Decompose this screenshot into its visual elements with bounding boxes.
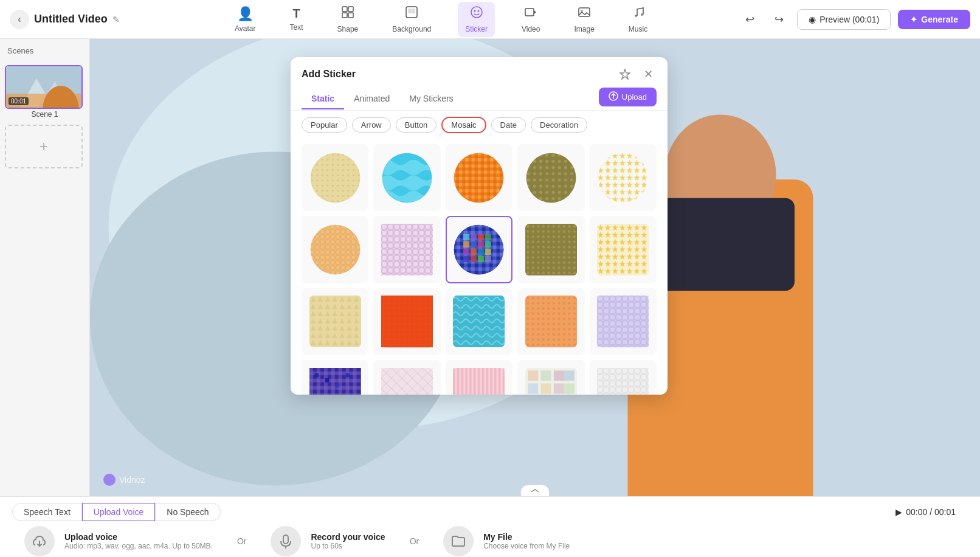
toolbar-shape[interactable]: Shape: [330, 2, 366, 37]
avatar-icon: 👤: [237, 6, 254, 22]
generate-button[interactable]: ✦ Generate: [898, 10, 970, 29]
svg-rect-92: [381, 296, 433, 347]
svg-point-7: [474, 10, 475, 12]
svg-rect-130: [283, 535, 288, 544]
svg-rect-126: [564, 383, 575, 393]
add-scene-button[interactable]: +: [5, 125, 83, 168]
text-label: Text: [290, 23, 303, 32]
svg-point-26: [103, 474, 116, 486]
toolbar-avatar[interactable]: 👤 Avatar: [227, 2, 263, 36]
filter-popular[interactable]: Popular: [302, 117, 347, 133]
shape-label: Shape: [337, 25, 359, 33]
svg-rect-80: [525, 224, 577, 275]
watermark: Vidnoz: [102, 471, 151, 490]
sticker-8[interactable]: [446, 216, 512, 283]
shape-icon: [341, 5, 354, 22]
image-icon: [578, 5, 591, 22]
svg-rect-120: [540, 370, 551, 381]
scene-1-thumbnail[interactable]: 00:01: [5, 65, 83, 109]
toolbar-music[interactable]: Music: [621, 2, 655, 37]
sticker-13[interactable]: [446, 288, 512, 355]
tab-my-stickers[interactable]: My Stickers: [399, 89, 463, 109]
sticker-15[interactable]: [590, 288, 657, 355]
sticker-1[interactable]: [302, 144, 368, 211]
sticker-7[interactable]: [373, 216, 440, 283]
svg-rect-124: [540, 383, 551, 393]
upload-voice-text: Upload voice Audio: mp3, wav, ogg, aac, …: [64, 532, 213, 550]
svg-rect-71: [471, 249, 477, 255]
svg-rect-70: [463, 249, 469, 255]
sticker-17[interactable]: [373, 360, 440, 395]
myfile-title: My File: [483, 532, 570, 542]
svg-rect-100: [597, 296, 649, 347]
record-section: Record your voice Up to 60s: [271, 526, 385, 556]
filter-decoration[interactable]: Decoration: [531, 117, 587, 133]
toolbar-sticker[interactable]: Sticker: [458, 2, 495, 37]
upload-label: Upload: [622, 92, 647, 102]
upload-icon: [609, 91, 618, 103]
sticker-18[interactable]: [446, 360, 512, 395]
svg-rect-66: [463, 241, 469, 247]
filter-button[interactable]: Button: [396, 117, 437, 133]
background-icon: [405, 5, 418, 22]
sticker-20[interactable]: [590, 360, 657, 395]
panel-title: Add Sticker: [302, 69, 356, 80]
sticker-6[interactable]: [302, 216, 368, 283]
upload-sticker-button[interactable]: Upload: [599, 88, 657, 106]
sticker-12[interactable]: [373, 288, 440, 355]
sidebar: Scenes 00:01 Scene 1 +: [0, 39, 90, 496]
svg-rect-75: [471, 256, 477, 262]
svg-rect-129: [597, 368, 649, 395]
svg-rect-72: [478, 249, 484, 255]
redo-button[interactable]: ↪: [768, 9, 790, 30]
back-button[interactable]: ‹: [10, 10, 29, 29]
bottom-content: Upload voice Audio: mp3, wav, ogg, aac, …: [0, 521, 980, 557]
toolbar-center: 👤 Avatar T Text Shape Background Sticker: [143, 2, 739, 37]
sticker-11[interactable]: [302, 288, 368, 355]
svg-rect-9: [525, 9, 534, 16]
filter-date[interactable]: Date: [491, 117, 526, 133]
tab-no-speech[interactable]: No Speech: [155, 503, 220, 521]
svg-rect-107: [314, 373, 319, 377]
sticker-10[interactable]: [590, 216, 657, 283]
sticker-3[interactable]: [446, 144, 512, 211]
toolbar-background[interactable]: Background: [385, 2, 438, 37]
preview-button[interactable]: ◉ Preview (00:01): [797, 9, 891, 30]
sticker-16[interactable]: [302, 360, 368, 395]
panel-close-button[interactable]: ✕: [640, 66, 657, 83]
tab-speech-text[interactable]: Speech Text: [12, 503, 82, 521]
undo-button[interactable]: ↩: [739, 9, 761, 30]
toolbar-image[interactable]: Image: [567, 2, 601, 37]
preview-label: Preview (00:01): [820, 15, 879, 24]
sticker-icon: [470, 5, 483, 22]
collapse-button[interactable]: [520, 485, 550, 496]
svg-rect-63: [471, 234, 477, 240]
panel-header: Add Sticker ✕: [291, 57, 668, 83]
tab-animated[interactable]: Animated: [344, 89, 399, 109]
upload-voice-title: Upload voice: [64, 532, 213, 542]
sticker-4[interactable]: [517, 144, 584, 211]
filter-arrow[interactable]: Arrow: [352, 117, 391, 133]
play-icon[interactable]: ▶: [895, 507, 902, 517]
background-label: Background: [392, 25, 431, 33]
edit-title-icon[interactable]: ✎: [112, 15, 120, 24]
sticker-grid: [291, 139, 668, 395]
record-title: Record your voice: [311, 532, 385, 542]
scene-1-time: 00:01: [9, 97, 29, 105]
canvas-area: Vidnoz Add Sticker ✕: [90, 39, 980, 496]
video-icon: [524, 5, 537, 22]
toolbar-text[interactable]: T Text: [283, 3, 311, 35]
tab-upload-voice[interactable]: Upload Voice: [82, 503, 156, 521]
sticker-2[interactable]: [373, 144, 440, 211]
sticker-14[interactable]: [517, 288, 584, 355]
svg-rect-114: [381, 368, 433, 395]
sticker-19[interactable]: [517, 360, 584, 395]
tab-static[interactable]: Static: [302, 89, 344, 109]
svg-rect-123: [528, 383, 538, 393]
panel-pin-button[interactable]: [616, 66, 633, 83]
sticker-5[interactable]: [590, 144, 657, 211]
filter-mosaic[interactable]: Mosaic: [441, 117, 486, 133]
upload-cloud-icon: [24, 526, 55, 556]
toolbar-video[interactable]: Video: [514, 2, 547, 37]
sticker-9[interactable]: [517, 216, 584, 283]
